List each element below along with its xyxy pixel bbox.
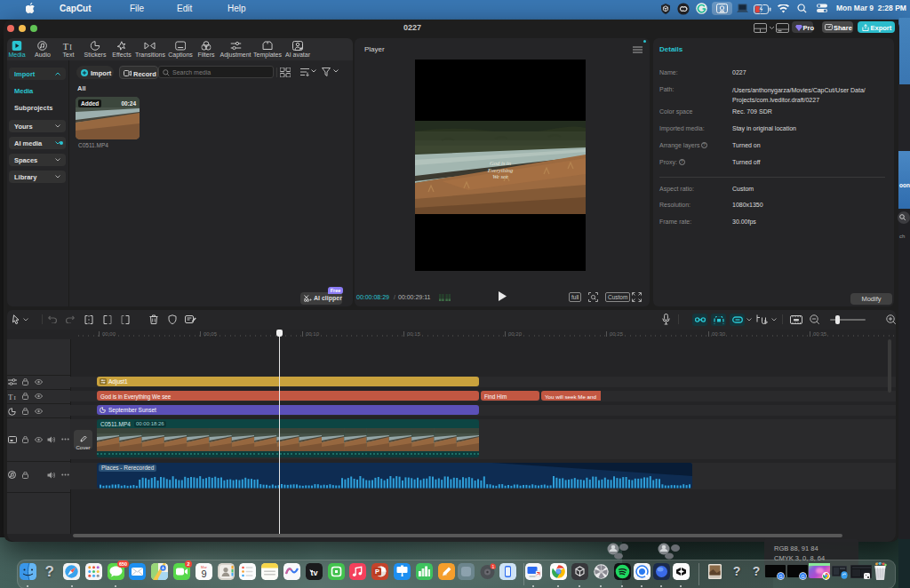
svg-text:9: 9 (201, 568, 206, 578)
svg-text:T: T (63, 41, 69, 51)
svg-text:G: G (801, 574, 804, 579)
svg-text:T: T (8, 393, 13, 400)
svg-text:?: ? (681, 160, 683, 164)
svg-text:P: P (375, 568, 379, 576)
svg-text:I: I (70, 43, 73, 52)
svg-text:1: 1 (491, 563, 494, 568)
svg-text:?: ? (703, 143, 706, 147)
svg-text:I: I (14, 393, 17, 400)
svg-text:tv: tv (310, 568, 317, 576)
svg-text:G: G (778, 574, 782, 579)
